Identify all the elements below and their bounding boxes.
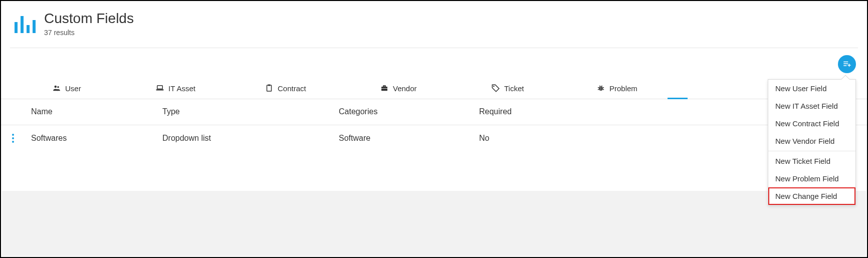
svg-rect-17 bbox=[381, 88, 387, 89]
svg-rect-12 bbox=[156, 90, 164, 91]
col-header-type[interactable]: Type bbox=[162, 107, 339, 116]
menu-new-ticket-field[interactable]: New Ticket Field bbox=[768, 152, 855, 170]
bug-icon bbox=[596, 84, 605, 93]
svg-line-24 bbox=[603, 90, 604, 90]
table-header: Name Type Categories Required bbox=[1, 99, 867, 125]
action-bar bbox=[1, 48, 867, 78]
svg-rect-1 bbox=[21, 16, 24, 33]
add-menu: New User Field New IT Asset Field New Co… bbox=[768, 79, 856, 205]
cell-required: No bbox=[479, 134, 629, 143]
col-header-categories[interactable]: Categories bbox=[339, 107, 479, 116]
tag-icon bbox=[491, 84, 500, 93]
users-icon bbox=[52, 84, 61, 93]
clipboard-icon bbox=[265, 84, 274, 93]
svg-rect-13 bbox=[267, 85, 272, 91]
laptop-icon bbox=[155, 84, 164, 93]
svg-rect-11 bbox=[157, 86, 163, 89]
svg-point-10 bbox=[57, 86, 59, 88]
tab-vendor-label: Vendor bbox=[393, 84, 417, 93]
menu-new-it-asset-field[interactable]: New IT Asset Field bbox=[768, 97, 855, 115]
page-header: Custom Fields 37 results bbox=[1, 1, 867, 43]
svg-rect-8 bbox=[848, 65, 851, 66]
svg-point-18 bbox=[493, 86, 494, 87]
svg-rect-4 bbox=[843, 62, 848, 63]
svg-line-21 bbox=[598, 88, 599, 88]
page-subtitle: 37 results bbox=[44, 29, 134, 37]
menu-new-user-field[interactable]: New User Field bbox=[768, 80, 855, 97]
tab-ticket[interactable]: Ticket bbox=[485, 78, 530, 99]
tab-vendor[interactable]: Vendor bbox=[374, 78, 423, 99]
tab-ticket-label: Ticket bbox=[504, 84, 524, 93]
svg-line-26 bbox=[602, 86, 602, 87]
svg-point-9 bbox=[55, 86, 57, 88]
tab-it-asset[interactable]: IT Asset bbox=[149, 78, 201, 99]
bar-chart-icon bbox=[12, 11, 37, 35]
page-frame: Custom Fields 37 results User bbox=[0, 0, 868, 258]
svg-rect-5 bbox=[843, 63, 848, 64]
svg-rect-2 bbox=[27, 25, 30, 33]
col-header-name[interactable]: Name bbox=[31, 107, 162, 116]
svg-rect-6 bbox=[843, 65, 846, 66]
tab-contract-label: Contract bbox=[278, 84, 306, 93]
page-title: Custom Fields bbox=[44, 11, 134, 27]
svg-line-25 bbox=[600, 86, 600, 87]
svg-rect-3 bbox=[33, 20, 36, 33]
cell-type: Dropdown list bbox=[162, 134, 339, 143]
menu-new-change-field[interactable]: New Change Field bbox=[768, 187, 855, 205]
svg-line-23 bbox=[603, 88, 604, 88]
content-footer bbox=[2, 191, 866, 256]
svg-rect-14 bbox=[268, 85, 271, 86]
table-row[interactable]: Softwares Dropdown list Software No bbox=[1, 125, 867, 151]
playlist-add-icon bbox=[842, 60, 851, 69]
cell-categories: Software bbox=[339, 134, 479, 143]
tab-problem-label: Problem bbox=[609, 84, 637, 93]
add-button[interactable] bbox=[838, 55, 856, 73]
svg-line-22 bbox=[598, 90, 599, 90]
tab-contract[interactable]: Contract bbox=[259, 78, 312, 99]
tab-it-asset-label: IT Asset bbox=[168, 84, 195, 93]
svg-rect-0 bbox=[15, 22, 18, 33]
menu-new-vendor-field[interactable]: New Vendor Field bbox=[768, 132, 855, 150]
svg-rect-15 bbox=[381, 87, 387, 91]
cell-name: Softwares bbox=[31, 134, 162, 143]
active-tab-indicator bbox=[668, 98, 688, 99]
tab-problem[interactable]: Problem bbox=[590, 78, 643, 99]
col-header-required[interactable]: Required bbox=[479, 107, 629, 116]
row-actions-handle[interactable] bbox=[12, 134, 14, 143]
menu-new-problem-field[interactable]: New Problem Field bbox=[768, 170, 855, 187]
svg-rect-16 bbox=[383, 86, 386, 87]
menu-divider bbox=[768, 151, 855, 151]
menu-new-contract-field[interactable]: New Contract Field bbox=[768, 115, 855, 132]
tab-user-label: User bbox=[65, 84, 81, 93]
briefcase-icon bbox=[380, 84, 389, 93]
entity-tabs: User IT Asset Contract Vendor bbox=[1, 78, 867, 99]
header-text-block: Custom Fields 37 results bbox=[44, 11, 134, 37]
tab-user[interactable]: User bbox=[46, 78, 87, 99]
